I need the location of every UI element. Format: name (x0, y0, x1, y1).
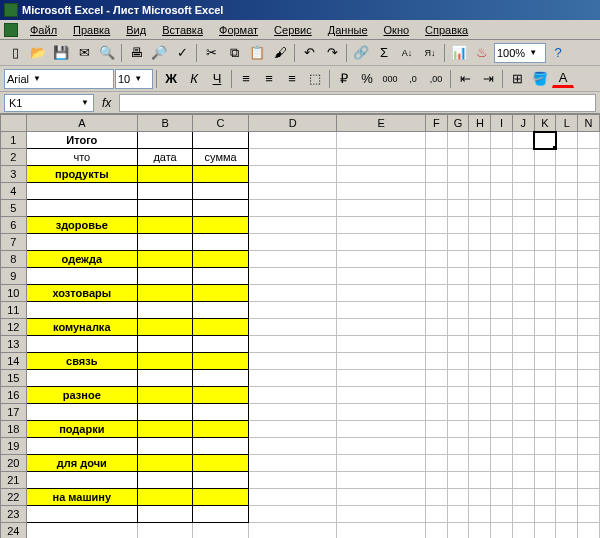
cell-L7[interactable] (556, 234, 578, 251)
redo-button[interactable]: ↷ (321, 42, 343, 64)
cell-H10[interactable] (469, 285, 491, 302)
cell-B16[interactable] (137, 387, 192, 404)
cell-G9[interactable] (447, 268, 469, 285)
formula-input[interactable] (119, 94, 596, 112)
cell-J19[interactable] (512, 438, 534, 455)
cell-N13[interactable] (578, 336, 600, 353)
menu-window[interactable]: Окно (376, 22, 418, 38)
name-box[interactable]: K1 ▼ (4, 94, 94, 112)
cell-C6[interactable] (193, 217, 249, 234)
cell-I17[interactable] (491, 404, 513, 421)
cell-D22[interactable] (248, 489, 337, 506)
cell-D18[interactable] (248, 421, 337, 438)
cell-L6[interactable] (556, 217, 578, 234)
cell-K8[interactable] (534, 251, 556, 268)
cell-B2[interactable]: дата (137, 149, 192, 166)
cell-D3[interactable] (248, 166, 337, 183)
cell-F19[interactable] (425, 438, 447, 455)
cell-C21[interactable] (193, 472, 249, 489)
cell-J15[interactable] (512, 370, 534, 387)
cell-G11[interactable] (447, 302, 469, 319)
cell-A1[interactable]: Итого (26, 132, 137, 149)
cell-A18[interactable]: подарки (26, 421, 137, 438)
cell-H5[interactable] (469, 200, 491, 217)
cell-K24[interactable] (534, 523, 556, 539)
cell-E16[interactable] (337, 387, 426, 404)
cell-G2[interactable] (447, 149, 469, 166)
cell-C22[interactable] (193, 489, 249, 506)
cell-A8[interactable]: одежда (26, 251, 137, 268)
cell-I14[interactable] (491, 353, 513, 370)
cell-H2[interactable] (469, 149, 491, 166)
cell-B4[interactable] (137, 183, 192, 200)
cell-A10[interactable]: хозтовары (26, 285, 137, 302)
cell-E20[interactable] (337, 455, 426, 472)
cell-N8[interactable] (578, 251, 600, 268)
cell-E18[interactable] (337, 421, 426, 438)
copy-button[interactable]: ⧉ (223, 42, 245, 64)
cell-C8[interactable] (193, 251, 249, 268)
cell-L8[interactable] (556, 251, 578, 268)
cell-C14[interactable] (193, 353, 249, 370)
cell-E24[interactable] (337, 523, 426, 539)
cell-H12[interactable] (469, 319, 491, 336)
cell-I2[interactable] (491, 149, 513, 166)
cell-B23[interactable] (137, 506, 192, 523)
cell-G8[interactable] (447, 251, 469, 268)
cell-I24[interactable] (491, 523, 513, 539)
cell-B1[interactable] (137, 132, 192, 149)
cell-G24[interactable] (447, 523, 469, 539)
cell-L1[interactable] (556, 132, 578, 149)
cell-D21[interactable] (248, 472, 337, 489)
column-header-I[interactable]: I (491, 115, 513, 132)
cell-C20[interactable] (193, 455, 249, 472)
cell-L11[interactable] (556, 302, 578, 319)
cell-L13[interactable] (556, 336, 578, 353)
cell-B18[interactable] (137, 421, 192, 438)
cell-K14[interactable] (534, 353, 556, 370)
fx-label[interactable]: fx (98, 96, 115, 110)
cell-K5[interactable] (534, 200, 556, 217)
cell-G1[interactable] (447, 132, 469, 149)
cell-H7[interactable] (469, 234, 491, 251)
cell-N24[interactable] (578, 523, 600, 539)
cell-B5[interactable] (137, 200, 192, 217)
cell-D24[interactable] (248, 523, 337, 539)
column-header-H[interactable]: H (469, 115, 491, 132)
cell-D20[interactable] (248, 455, 337, 472)
cell-J17[interactable] (512, 404, 534, 421)
cell-L10[interactable] (556, 285, 578, 302)
cell-J4[interactable] (512, 183, 534, 200)
cell-B19[interactable] (137, 438, 192, 455)
cell-E22[interactable] (337, 489, 426, 506)
cell-N23[interactable] (578, 506, 600, 523)
column-header-F[interactable]: F (425, 115, 447, 132)
cell-D5[interactable] (248, 200, 337, 217)
row-header-22[interactable]: 22 (1, 489, 27, 506)
row-header-1[interactable]: 1 (1, 132, 27, 149)
row-header-14[interactable]: 14 (1, 353, 27, 370)
column-header-K[interactable]: K (534, 115, 556, 132)
cell-J20[interactable] (512, 455, 534, 472)
cell-D9[interactable] (248, 268, 337, 285)
cell-D10[interactable] (248, 285, 337, 302)
cell-C3[interactable] (193, 166, 249, 183)
cell-L23[interactable] (556, 506, 578, 523)
cell-L9[interactable] (556, 268, 578, 285)
cell-I12[interactable] (491, 319, 513, 336)
cell-C5[interactable] (193, 200, 249, 217)
menu-edit[interactable]: Правка (65, 22, 118, 38)
cell-G10[interactable] (447, 285, 469, 302)
cell-G21[interactable] (447, 472, 469, 489)
cell-F22[interactable] (425, 489, 447, 506)
cell-I19[interactable] (491, 438, 513, 455)
cell-G4[interactable] (447, 183, 469, 200)
cell-D7[interactable] (248, 234, 337, 251)
bold-button[interactable]: Ж (160, 68, 182, 90)
cell-E19[interactable] (337, 438, 426, 455)
cell-N5[interactable] (578, 200, 600, 217)
cell-I16[interactable] (491, 387, 513, 404)
cell-I1[interactable] (491, 132, 513, 149)
cell-A17[interactable] (26, 404, 137, 421)
cell-E10[interactable] (337, 285, 426, 302)
